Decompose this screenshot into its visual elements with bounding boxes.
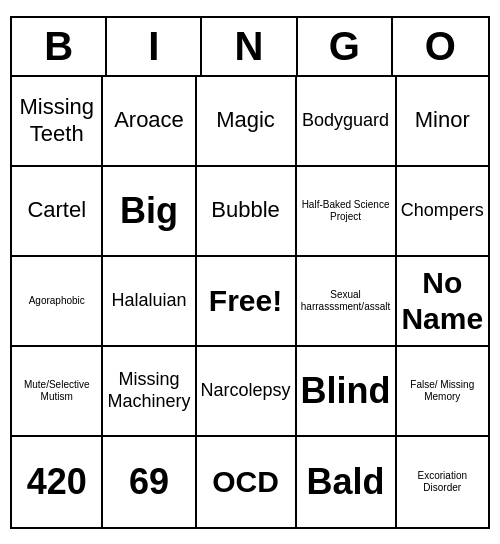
bingo-cell-5: Cartel: [12, 167, 103, 257]
bingo-cell-1: Aroace: [103, 77, 196, 167]
cell-text-10: Agoraphobic: [29, 295, 85, 307]
cell-text-8: Half-Baked Science Project: [301, 199, 391, 223]
cell-text-18: Blind: [301, 369, 391, 412]
bingo-header: BINGO: [12, 18, 488, 77]
cell-text-19: False/ Missing Memory: [401, 379, 484, 403]
bingo-cell-18: Blind: [297, 347, 397, 437]
cell-text-12: Free!: [209, 283, 282, 319]
bingo-cell-12: Free!: [197, 257, 297, 347]
cell-text-11: Halaluian: [111, 290, 186, 312]
bingo-cell-10: Agoraphobic: [12, 257, 103, 347]
cell-text-5: Cartel: [27, 197, 86, 223]
bingo-card: BINGO Missing TeethAroaceMagicBodyguardM…: [10, 16, 490, 529]
header-letter-n: N: [202, 18, 297, 75]
bingo-cell-2: Magic: [197, 77, 297, 167]
cell-text-23: Bald: [307, 460, 385, 503]
cell-text-14: No Name: [401, 265, 484, 337]
cell-text-4: Minor: [415, 107, 470, 133]
bingo-cell-9: Chompers: [397, 167, 488, 257]
bingo-cell-24: Excoriation Disorder: [397, 437, 488, 527]
bingo-cell-14: No Name: [397, 257, 488, 347]
bingo-cell-19: False/ Missing Memory: [397, 347, 488, 437]
bingo-cell-11: Halaluian: [103, 257, 196, 347]
cell-text-0: Missing Teeth: [16, 94, 97, 147]
bingo-cell-4: Minor: [397, 77, 488, 167]
bingo-cell-16: Missing Machinery: [103, 347, 196, 437]
cell-text-21: 69: [129, 460, 169, 503]
bingo-cell-3: Bodyguard: [297, 77, 397, 167]
header-letter-b: B: [12, 18, 107, 75]
cell-text-16: Missing Machinery: [107, 369, 190, 412]
cell-text-9: Chompers: [401, 200, 484, 222]
bingo-cell-6: Big: [103, 167, 196, 257]
cell-text-6: Big: [120, 189, 178, 232]
cell-text-7: Bubble: [211, 197, 280, 223]
cell-text-1: Aroace: [114, 107, 184, 133]
cell-text-20: 420: [27, 460, 87, 503]
cell-text-2: Magic: [216, 107, 275, 133]
bingo-cell-8: Half-Baked Science Project: [297, 167, 397, 257]
cell-text-3: Bodyguard: [302, 110, 389, 132]
cell-text-24: Excoriation Disorder: [401, 470, 484, 494]
bingo-cell-23: Bald: [297, 437, 397, 527]
header-letter-o: O: [393, 18, 488, 75]
cell-text-15: Mute/Selective Mutism: [16, 379, 97, 403]
cell-text-17: Narcolepsy: [201, 380, 291, 402]
cell-text-22: OCD: [212, 464, 279, 500]
bingo-grid: Missing TeethAroaceMagicBodyguardMinorCa…: [12, 77, 488, 527]
bingo-cell-21: 69: [103, 437, 196, 527]
bingo-cell-17: Narcolepsy: [197, 347, 297, 437]
bingo-cell-20: 420: [12, 437, 103, 527]
cell-text-13: Sexual harrasssment/assalt: [301, 289, 391, 313]
bingo-cell-0: Missing Teeth: [12, 77, 103, 167]
bingo-cell-13: Sexual harrasssment/assalt: [297, 257, 397, 347]
bingo-cell-7: Bubble: [197, 167, 297, 257]
bingo-cell-15: Mute/Selective Mutism: [12, 347, 103, 437]
header-letter-i: I: [107, 18, 202, 75]
header-letter-g: G: [298, 18, 393, 75]
bingo-cell-22: OCD: [197, 437, 297, 527]
